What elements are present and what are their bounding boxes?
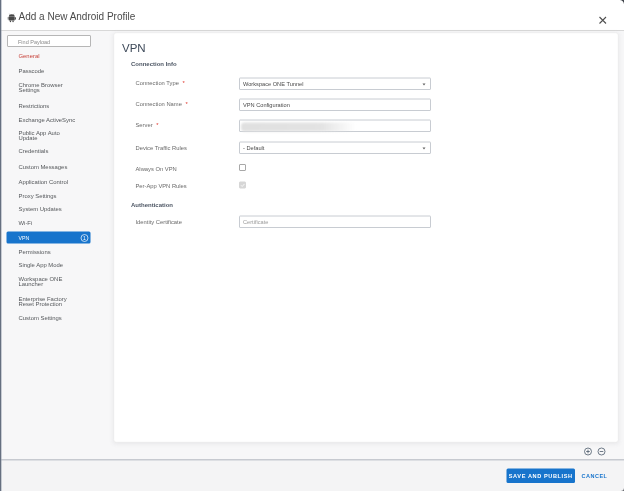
svg-text:1: 1	[83, 235, 86, 241]
